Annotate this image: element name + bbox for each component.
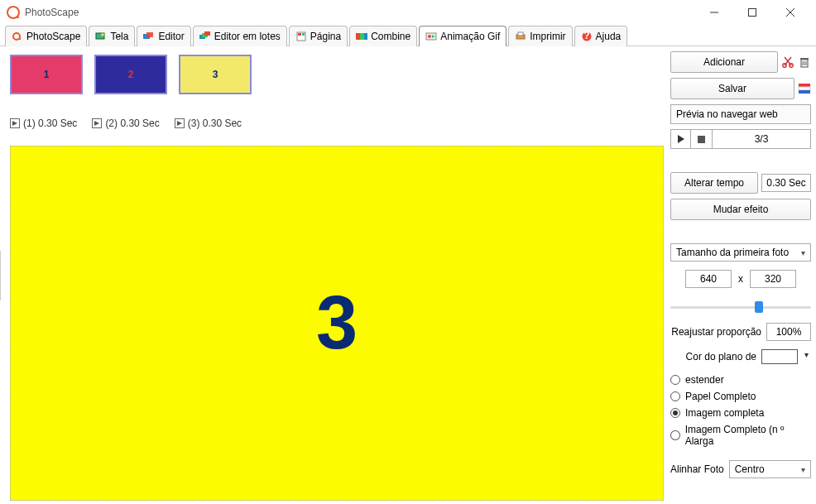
svg-text:?: ?: [583, 31, 589, 41]
tab-batch-editor[interactable]: Editor em lotes: [193, 26, 287, 46]
select-value: Tamanho da primeira foto: [676, 247, 789, 258]
add-button[interactable]: Adicionar: [670, 51, 778, 73]
maximize-button[interactable]: [733, 0, 771, 25]
svg-point-20: [428, 35, 431, 38]
radio-icon: [670, 391, 680, 401]
svg-rect-9: [146, 32, 153, 37]
window-titlebar: PhotoScape: [0, 0, 816, 25]
resize-label: Reajustar proporção: [671, 326, 761, 338]
photoscape-icon: [12, 31, 23, 41]
frame-thumbnail-3[interactable]: 3: [179, 55, 252, 94]
tab-label: Imprimir: [530, 31, 565, 42]
radio-icon: [670, 408, 680, 418]
tab-label: Combine: [371, 31, 410, 42]
tab-label: Editor: [158, 31, 184, 42]
field-value: 320: [765, 273, 781, 285]
svg-point-4: [13, 33, 20, 40]
frame-thumbnail-2[interactable]: 2: [94, 55, 167, 94]
svg-rect-18: [364, 33, 367, 40]
select-value: Centro: [735, 463, 765, 475]
button-label: Adicionar: [703, 56, 745, 68]
align-select[interactable]: Centro: [729, 460, 811, 478]
playback-bar: 3/3: [670, 129, 811, 149]
button-label: Mudar efeito: [713, 204, 769, 215]
bgcolor-picker[interactable]: [761, 349, 798, 364]
play-button[interactable]: [671, 130, 691, 148]
resize-handle[interactable]: [325, 498, 342, 504]
svg-rect-14: [298, 33, 301, 36]
button-label: Alterar tempo: [684, 177, 744, 189]
radio-label: estender: [685, 374, 724, 386]
slider-track-line: [670, 306, 811, 309]
close-button[interactable]: [771, 0, 809, 25]
side-panel: Adicionar Salvar Prévia no navegar web 3…: [667, 46, 816, 504]
tab-screen[interactable]: Tela: [89, 26, 135, 46]
tab-label: Página: [310, 31, 341, 42]
dimension-separator: x: [735, 273, 746, 285]
radio-extend[interactable]: estender: [670, 374, 811, 386]
main-tabbar: PhotoScape Tela Editor Editor em lotes P…: [0, 25, 816, 46]
tab-print[interactable]: Imprimir: [508, 26, 572, 46]
resize-percent-field[interactable]: 100%: [766, 323, 811, 341]
frame-timings: (1) 0.30 Sec (2) 0.30 Sec (3) 0.30 Sec: [10, 118, 664, 129]
align-label: Alinhar Foto: [670, 463, 724, 475]
tab-help[interactable]: ? Ajuda: [574, 26, 628, 46]
timing-label: (2) 0.30 Sec: [105, 118, 159, 129]
radio-full-image[interactable]: Imagem completa: [670, 407, 811, 419]
radio-full-paper[interactable]: Papel Completo: [670, 391, 811, 402]
slider-thumb[interactable]: [755, 301, 763, 313]
stop-button[interactable]: [691, 130, 713, 148]
tab-page[interactable]: Página: [289, 26, 348, 46]
tab-combine[interactable]: Combine: [349, 26, 417, 46]
editor-icon: [143, 31, 155, 41]
window-title: PhotoScape: [25, 7, 79, 18]
preview-canvas[interactable]: 3: [10, 146, 664, 501]
frame-number: 1: [44, 69, 50, 80]
palette-icon[interactable]: [798, 82, 811, 95]
field-value: 100%: [776, 326, 802, 338]
save-button[interactable]: Salvar: [670, 78, 794, 99]
screen-icon: [95, 31, 107, 41]
workspace: 1 2 3 (1) 0.30 Sec (2) 0.30 Sec (3) 0.30…: [0, 46, 816, 504]
svg-rect-35: [799, 87, 810, 90]
tab-label: Ajuda: [596, 31, 622, 42]
animation-icon: [425, 31, 437, 41]
svg-point-7: [101, 33, 104, 36]
svg-rect-15: [302, 33, 305, 36]
help-icon: ?: [581, 31, 593, 41]
main-area: 1 2 3 (1) 0.30 Sec (2) 0.30 Sec (3) 0.30…: [0, 46, 667, 504]
change-effect-button[interactable]: Mudar efeito: [670, 199, 811, 220]
cut-icon[interactable]: [781, 55, 794, 69]
frame-number: 2: [128, 69, 134, 80]
frame-timing-2[interactable]: (2) 0.30 Sec: [92, 118, 159, 129]
tab-label: Editor em lotes: [214, 31, 281, 42]
frame-counter: 3/3: [713, 130, 810, 148]
svg-point-5: [19, 38, 21, 40]
minimize-button[interactable]: [695, 0, 733, 25]
tab-photoscape[interactable]: PhotoScape: [5, 26, 87, 46]
tab-animated-gif[interactable]: Animação Gif: [419, 26, 506, 46]
timing-label: (3) 0.30 Sec: [188, 118, 242, 129]
size-mode-select[interactable]: Tamanho da primeira foto: [670, 243, 811, 262]
frame-timing-3[interactable]: (3) 0.30 Sec: [175, 118, 242, 129]
change-time-button[interactable]: Alterar tempo: [670, 172, 758, 194]
tab-editor[interactable]: Editor: [137, 26, 190, 46]
radio-full-image-no-enlarge[interactable]: Imagem Completo (n º Alarga: [670, 424, 811, 447]
svg-rect-1: [749, 9, 756, 17]
frame-timing-1[interactable]: (1) 0.30 Sec: [10, 118, 77, 129]
size-slider[interactable]: [670, 300, 811, 313]
frame-thumbnail-1[interactable]: 1: [10, 55, 83, 94]
preview-web-button[interactable]: Prévia no navegar web: [670, 104, 811, 124]
bgcolor-label: Cor do plano de: [686, 351, 756, 362]
svg-rect-12: [204, 31, 210, 36]
batch-icon: [199, 31, 211, 41]
button-label: Prévia no navegar web: [676, 108, 778, 120]
width-field[interactable]: 640: [685, 270, 732, 288]
delete-icon[interactable]: [798, 55, 811, 69]
radio-label: Imagem completa: [685, 407, 764, 419]
panel-collapse-handle[interactable]: [0, 251, 1, 300]
svg-rect-16: [356, 33, 360, 40]
radio-label: Imagem Completo (n º Alarga: [685, 424, 811, 447]
time-value: 0.30 Sec: [761, 174, 811, 192]
height-field[interactable]: 320: [750, 270, 796, 288]
